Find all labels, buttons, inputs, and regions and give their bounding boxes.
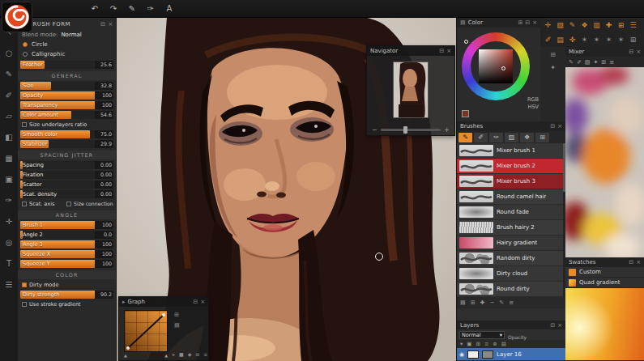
menu-icon[interactable]: ☰ (627, 21, 639, 29)
pen-icon[interactable]: ✐ (542, 36, 554, 44)
brush-setting-row[interactable]: Transparency 100 (20, 101, 113, 109)
setting-value[interactable]: 100 (95, 260, 113, 268)
collapse-icon[interactable]: ⊟ (629, 259, 633, 265)
group-icon[interactable]: ⊞ (476, 341, 480, 347)
fill-tool-icon[interactable]: ◧ (0, 126, 18, 147)
saturation-value-picker[interactable] (479, 49, 513, 83)
redo-icon[interactable]: ↷ (108, 2, 119, 15)
node-icon[interactable]: ■ (179, 351, 184, 357)
pattern-icon[interactable]: ▥ (591, 21, 603, 29)
close-icon[interactable]: × (557, 123, 562, 130)
navigator-thumbnail[interactable] (393, 62, 429, 118)
mask-icon[interactable]: ▤ (501, 341, 506, 347)
swatch-item-custom[interactable]: Custom (565, 267, 644, 278)
remove-icon[interactable]: − (489, 299, 494, 306)
plus-icon[interactable]: ✚ (603, 21, 615, 29)
blend-mode-dropdown[interactable]: Normal ▾ (459, 331, 505, 339)
checkbox[interactable] (22, 122, 27, 127)
shapes-icon[interactable]: ❖ (578, 21, 591, 29)
checkbox[interactable] (22, 302, 27, 307)
brush-list-item[interactable]: Round camel hair (457, 189, 565, 205)
add-icon[interactable]: ✚ (480, 299, 485, 306)
setting-value[interactable]: 100 (95, 250, 113, 258)
pencil-tool-icon[interactable]: ✐ (0, 84, 18, 105)
diamond-icon[interactable]: ◆ (188, 351, 192, 357)
brush-setting-row[interactable]: Use stroke gradient (20, 300, 113, 308)
brush-list-item[interactable]: Mixer brush 3 (457, 174, 565, 189)
brush-setting-row[interactable]: Color amount 54.6 (20, 111, 113, 119)
wrench-icon[interactable]: ✛ (542, 21, 554, 29)
brush-setting-row[interactable]: Scat. density 0.00 (20, 190, 113, 198)
eyedropper-tool-icon[interactable]: ✑ (0, 189, 18, 210)
menu-icon[interactable]: ≡ (509, 299, 514, 306)
setting-value[interactable]: 90.2 (95, 291, 113, 299)
menu-icon[interactable]: ▤ (460, 19, 466, 26)
brush-setting-row[interactable]: Size 32.8 (20, 82, 113, 90)
swap-colors-icon[interactable]: ⊞ (550, 51, 556, 58)
collapse-icon[interactable]: ⊟ (100, 21, 105, 28)
collapse-icon[interactable]: ⊟ (629, 49, 633, 55)
collapse-icon[interactable]: ⊟ (550, 123, 555, 130)
pencil-icon[interactable]: ✎ (566, 21, 578, 29)
eraser-tool-icon[interactable]: ▱ (0, 105, 18, 126)
hsv-mode-toggle[interactable]: HSV (527, 104, 539, 111)
rgb-mode-toggle[interactable]: RGB (527, 96, 539, 104)
brush-tool-icon[interactable]: ✎ (0, 63, 18, 84)
play-icon[interactable]: ▸ (122, 299, 126, 305)
brush-setting-row[interactable]: Angle 3 100 (20, 240, 113, 248)
close-icon[interactable]: × (109, 21, 113, 28)
lasso-tool-icon[interactable]: ○ (0, 42, 18, 63)
mixer-texture-icon[interactable]: ▨ (585, 59, 591, 66)
setting-value[interactable]: 54.6 (95, 111, 113, 119)
grid-icon[interactable]: ⊞ (174, 312, 180, 318)
sample-icon[interactable]: ✦ (550, 64, 556, 71)
edit-icon[interactable]: ✎ (499, 299, 504, 306)
brush-setting-row[interactable]: Smooth color 75.0 (20, 130, 113, 138)
brush-setting-row[interactable]: Opacity 100 (20, 91, 113, 100)
menu-tool-icon[interactable]: ☰ (0, 274, 18, 295)
gradient-swatch-area[interactable] (565, 288, 644, 360)
mixer-knife-icon[interactable]: ✐ (577, 59, 582, 66)
sv-selector[interactable] (501, 66, 505, 70)
close-icon[interactable]: × (532, 19, 537, 26)
brush-setting-row[interactable]: Dirty strength 90.2 (20, 291, 113, 299)
brush-list-item[interactable]: Mixer brush 2 (457, 159, 565, 174)
close-icon[interactable]: × (200, 299, 205, 305)
feather-slider[interactable]: Feather 25.6 (20, 61, 113, 69)
grid-icon[interactable]: ⊞ (627, 36, 639, 44)
close-icon[interactable]: × (446, 48, 451, 54)
brush-setting-row[interactable]: Scatter 0.00 (20, 180, 113, 189)
brush-shape-option[interactable]: Circle (20, 40, 113, 49)
text-style-icon[interactable]: A (164, 2, 175, 15)
close-icon[interactable]: × (636, 49, 641, 55)
setting-value[interactable]: 0.00 (95, 190, 113, 198)
brush-setting-row[interactable]: Scat. axis Size connection (20, 200, 113, 208)
mixer-sample-icon[interactable]: ✦ (593, 59, 598, 66)
mixer-menu-icon[interactable]: ≡ (609, 59, 614, 66)
new-layer-icon[interactable]: ▣ (467, 341, 471, 347)
marker-tab-icon[interactable]: ✑ (489, 133, 503, 142)
checkbox[interactable] (22, 202, 27, 206)
grid-icon[interactable]: ⊞ (195, 351, 199, 357)
pen-icon[interactable]: ✑ (145, 2, 156, 15)
brush-setting-row[interactable]: Fixation 0.00 (20, 171, 113, 179)
star-icon[interactable]: ✶ (615, 36, 627, 44)
setting-value[interactable]: 100 (95, 91, 113, 100)
setting-value[interactable]: 0.00 (95, 161, 113, 169)
close-icon[interactable]: × (636, 259, 641, 265)
brush-tab-icon[interactable]: ✎ (458, 133, 472, 142)
brush-list-item[interactable]: Hairy gradient (457, 236, 565, 251)
slider-value[interactable]: 25.6 (95, 61, 113, 69)
swatch-item-quad-gradient[interactable]: Quad gradient (565, 278, 644, 288)
brush-setting-row[interactable]: Stabilizer 29.9 (20, 140, 113, 148)
setting-value[interactable]: 100 (95, 101, 113, 109)
brush-shape-option[interactable]: Calligraphic (20, 49, 113, 59)
brush-setting-row[interactable]: Dirty mode (20, 281, 113, 289)
grid-icon[interactable]: ⊞ (471, 299, 476, 306)
hue-selector[interactable] (464, 40, 468, 44)
zoom-slider[interactable] (381, 129, 441, 131)
brush-list-item[interactable]: Brush hairy 2 (457, 220, 565, 236)
layout-icon[interactable]: ▤ (554, 36, 566, 44)
play-icon[interactable]: ▸ (173, 351, 175, 357)
collapse-icon[interactable]: ▾ (460, 341, 463, 347)
